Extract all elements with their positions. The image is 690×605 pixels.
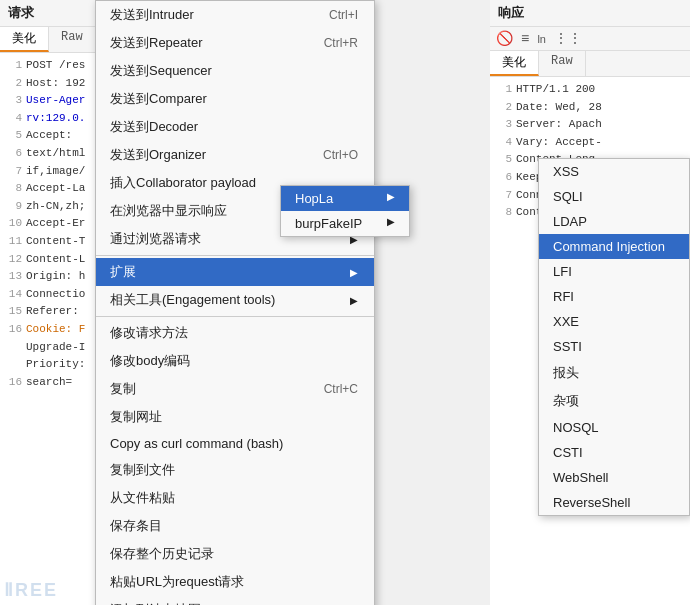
menu-xxe[interactable]: XXE: [539, 309, 689, 334]
menu-send-sequencer[interactable]: 发送到Sequencer: [96, 57, 374, 85]
menu-copy-url[interactable]: 复制网址: [96, 403, 374, 431]
response-toolbar: 🚫 ≡ ln ⋮⋮: [490, 27, 690, 51]
menu-header[interactable]: 报头: [539, 359, 689, 387]
resp-line-1: 1HTTP/1.1 200: [496, 81, 684, 99]
tab-request-raw[interactable]: Raw: [49, 27, 96, 52]
menu-command-injection[interactable]: Command Injection: [539, 234, 689, 259]
submenu-burpfakeip[interactable]: burpFakeIP ▶: [281, 211, 409, 236]
menu-sep-2: [96, 316, 374, 317]
menu-send-decoder[interactable]: 发送到Decoder: [96, 113, 374, 141]
menu-ssti[interactable]: SSTI: [539, 334, 689, 359]
menu-webshell[interactable]: WebShell: [539, 465, 689, 490]
menu-paste-file[interactable]: 从文件粘贴: [96, 484, 374, 512]
submenu-hopla-list: XSS SQLI LDAP Command Injection LFI RFI …: [538, 158, 690, 516]
response-title: 响应: [490, 0, 690, 27]
menu-paste-url[interactable]: 粘贴URL为request请求: [96, 568, 374, 596]
arrow-icon-ext: ▶: [350, 267, 358, 278]
menu-csti[interactable]: CSTI: [539, 440, 689, 465]
submenu-hopla[interactable]: HopLa ▶: [281, 186, 409, 211]
resp-line-4: 4Vary: Accept-: [496, 134, 684, 152]
menu-extensions[interactable]: 扩展 ▶: [96, 258, 374, 286]
list-icon[interactable]: ≡: [521, 31, 529, 47]
menu-send-intruder[interactable]: 发送到Intruder Ctrl+I: [96, 1, 374, 29]
ln-icon[interactable]: ln: [537, 33, 546, 45]
menu-reverseshell[interactable]: ReverseShell: [539, 490, 689, 515]
menu-change-method[interactable]: 修改请求方法: [96, 319, 374, 347]
tab-response-beautify[interactable]: 美化: [490, 51, 539, 76]
menu-add-sitemap[interactable]: 添加到站点地图: [96, 596, 374, 605]
menu-icon[interactable]: ⋮⋮: [554, 30, 582, 47]
context-menu: 发送到Intruder Ctrl+I 发送到Repeater Ctrl+R 发送…: [95, 0, 375, 605]
response-tabs: 美化 Raw: [490, 51, 690, 77]
hopla-arrow: ▶: [387, 191, 395, 202]
eye-off-icon[interactable]: 🚫: [496, 30, 513, 47]
menu-engagement-tools[interactable]: 相关工具(Engagement tools) ▶: [96, 286, 374, 314]
resp-line-3: 3Server: Apach: [496, 116, 684, 134]
tab-response-raw[interactable]: Raw: [539, 51, 586, 76]
menu-ldap[interactable]: LDAP: [539, 209, 689, 234]
menu-copy-file[interactable]: 复制到文件: [96, 456, 374, 484]
tab-request-beautify[interactable]: 美化: [0, 27, 49, 52]
menu-sqli[interactable]: SQLI: [539, 184, 689, 209]
submenu-extensions: HopLa ▶ burpFakeIP ▶: [280, 185, 410, 237]
menu-save-history[interactable]: 保存整个历史记录: [96, 540, 374, 568]
menu-save-item[interactable]: 保存条目: [96, 512, 374, 540]
arrow-icon-eng: ▶: [350, 295, 358, 306]
main-layout: 请求 美化 Raw 1POST /res 2Host: 192 3User-Ag…: [0, 0, 690, 605]
menu-change-body[interactable]: 修改body编码: [96, 347, 374, 375]
resp-line-2: 2Date: Wed, 28: [496, 99, 684, 117]
menu-rfi[interactable]: RFI: [539, 284, 689, 309]
menu-lfi[interactable]: LFI: [539, 259, 689, 284]
menu-send-organizer[interactable]: 发送到Organizer Ctrl+O: [96, 141, 374, 169]
menu-copy[interactable]: 复制 Ctrl+C: [96, 375, 374, 403]
menu-misc[interactable]: 杂项: [539, 387, 689, 415]
menu-xss[interactable]: XSS: [539, 159, 689, 184]
burp-arrow: ▶: [387, 216, 395, 227]
menu-copy-curl[interactable]: Copy as curl command (bash): [96, 431, 374, 456]
menu-nosql[interactable]: NOSQL: [539, 415, 689, 440]
menu-send-repeater[interactable]: 发送到Repeater Ctrl+R: [96, 29, 374, 57]
menu-sep-1: [96, 255, 374, 256]
menu-send-comparer[interactable]: 发送到Comparer: [96, 85, 374, 113]
